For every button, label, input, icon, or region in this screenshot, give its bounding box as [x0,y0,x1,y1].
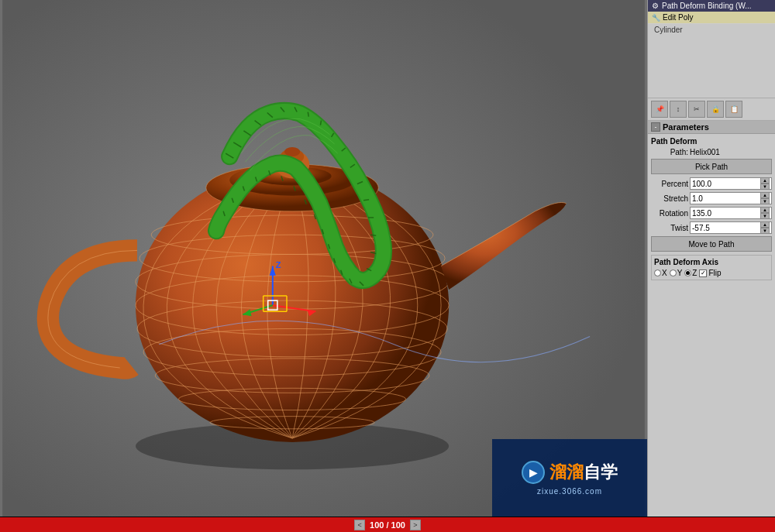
twist-label: Twist [651,224,688,232]
axis-x-radio-circle [654,269,661,276]
move-tool-icon: ↕ [677,105,680,113]
flip-checkbox-box [699,269,707,277]
cut-tool-button[interactable]: ✂ [688,101,705,118]
watermark-logo-symbol: ▶ [529,466,538,479]
twist-row: Twist -57.5 ▲ ▼ [651,221,772,234]
axis-z-radio[interactable]: Z [684,269,697,277]
main-container: Z [0,0,775,532]
next-icon: > [413,521,417,529]
flip-label: Flip [708,269,721,277]
axis-y-radio-circle [670,269,677,276]
percent-label: Percent [651,180,688,188]
rotation-down[interactable]: ▼ [760,213,770,219]
rotation-value: 135.0 [692,209,711,218]
rotation-spinner[interactable]: ▲ ▼ [760,207,770,219]
pick-path-label: Pick Path [695,163,728,171]
svg-line-34 [370,235,376,235]
stretch-spinner[interactable]: ▲ ▼ [760,192,770,204]
percent-value: 100.0 [692,180,711,188]
watermark: ▶ 溜溜自学 zixue.3066.com [492,439,647,517]
rotation-row: Rotation 135.0 ▲ ▼ [651,207,772,219]
modifier-sub-cylinder[interactable]: Cylinder [648,24,775,36]
axis-x-label: X [662,269,667,277]
collapse-button[interactable]: - [651,122,660,132]
modifier-item-edit-poly[interactable]: 🔧 Edit Poly [648,12,775,24]
percent-spinner[interactable]: ▲ ▼ [760,177,770,190]
params-body: Path Deform Path: Helix001 Pick Path Per… [648,134,775,283]
modifier-stack: ⚙ Path Deform Binding (W... 🔧 Edit Poly … [648,0,775,98]
path-label: Path: [651,148,688,156]
axis-y-radio[interactable]: Y [670,269,683,277]
twist-down[interactable]: ▼ [760,228,770,234]
svg-text:Z: Z [276,260,281,269]
path-value: Helix001 [690,148,720,156]
axis-z-label: Z [692,269,697,277]
panel-toolbar: 📌 ↕ ✂ 🔒 📋 [648,98,775,121]
right-panel: ⚙ Path Deform Binding (W... 🔧 Edit Poly … [647,0,775,517]
modifier-cylinder-label: Cylinder [654,26,683,34]
stack-header-label: Path Deform Binding (W... [662,2,752,10]
percent-row: Percent 100.0 ▲ ▼ [651,177,772,190]
stack-empty-area [648,36,775,98]
twist-input[interactable]: -57.5 ▲ ▼ [690,221,772,234]
pin-icon: 📌 [656,105,664,113]
rotation-up[interactable]: ▲ [760,207,770,213]
parameters-section: - Parameters Path Deform Path: Helix001 … [648,121,775,517]
percent-up[interactable]: ▲ [760,177,770,184]
lock-icon: 🔒 [711,105,720,113]
axis-z-radio-circle [684,269,691,276]
current-frame: 100 [370,520,384,530]
path-deform-group-label: Path Deform [651,137,772,146]
rotation-input[interactable]: 135.0 ▲ ▼ [690,207,772,219]
svg-line-26 [308,112,308,117]
percent-input[interactable]: 100.0 ▲ ▼ [690,177,772,190]
watermark-text-a: 溜溜 [549,462,584,482]
section-header: - Parameters [648,121,775,134]
cut-tool-icon: ✂ [694,105,700,113]
section-title: Parameters [663,122,709,132]
stretch-down[interactable]: ▼ [760,198,770,204]
stretch-value: 1.0 [692,194,703,203]
list-button[interactable]: 📋 [725,101,742,118]
content-row: Z [0,0,775,517]
twist-up[interactable]: ▲ [760,221,770,228]
axis-group: Path Deform Axis X Y [651,255,772,280]
move-to-path-label: Move to Path [689,240,735,249]
flip-checkbox[interactable]: Flip [699,269,721,277]
modifier-stack-header: ⚙ Path Deform Binding (W... [648,0,775,12]
svg-line-27 [320,121,321,125]
pin-button[interactable]: 📌 [651,101,668,118]
twist-value: -57.5 [692,224,710,232]
axis-x-radio[interactable]: X [654,269,667,277]
lock-button[interactable]: 🔒 [707,101,724,118]
svg-line-32 [363,200,369,201]
twist-spinner[interactable]: ▲ ▼ [760,221,770,234]
axis-y-label: Y [677,269,683,277]
stretch-row: Stretch 1.0 ▲ ▼ [651,192,772,204]
axis-row: X Y Z Flip [654,269,769,277]
percent-down[interactable]: ▼ [760,184,770,190]
stretch-input[interactable]: 1.0 ▲ ▼ [690,192,772,204]
axis-group-label: Path Deform Axis [654,258,769,266]
prev-frame-button[interactable]: < [354,520,365,530]
pick-path-button[interactable]: Pick Path [651,159,772,174]
viewport[interactable]: Z [0,0,647,517]
watermark-subtext: zixue.3066.com [537,487,602,496]
watermark-logo: ▶ [522,461,545,484]
frame-counter: 100 / 100 [370,520,405,530]
watermark-text-b: 自学 [584,462,618,482]
rotation-label: Rotation [651,209,688,218]
total-frames: 100 [391,520,405,530]
next-frame-button[interactable]: > [410,520,421,530]
path-info-row: Path: Helix001 [651,148,772,156]
modifier-edit-poly-label: Edit Poly [663,13,693,22]
stretch-up[interactable]: ▲ [760,192,770,198]
list-icon: 📋 [730,105,739,113]
move-tool-button[interactable]: ↕ [670,101,687,118]
stretch-label: Stretch [651,194,688,203]
status-bar: < 100 / 100 > [0,517,775,532]
prev-icon: < [357,521,361,529]
move-to-path-button[interactable]: Move to Path [651,236,772,252]
